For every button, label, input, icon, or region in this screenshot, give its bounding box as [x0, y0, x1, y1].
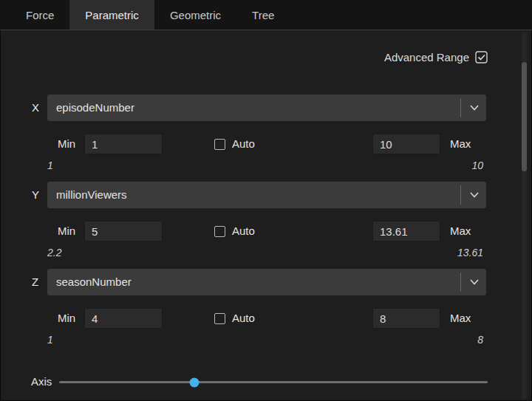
axis-slider-row: Axis — [0, 371, 532, 391]
axis-z-auto-checkbox[interactable] — [214, 313, 225, 324]
chevron-down-icon[interactable] — [470, 192, 479, 198]
advanced-range-label: Advanced Range — [384, 51, 469, 64]
axis-y-field-dropdown[interactable]: millionViewers — [47, 182, 486, 208]
axis-y-label: Y — [32, 188, 39, 201]
axis-z-field-dropdown[interactable]: seasonNumber — [47, 269, 486, 295]
axis-z-min-input[interactable] — [84, 308, 163, 329]
axis-x-upper-bound: 10 — [471, 160, 483, 171]
axis-x-min-input[interactable] — [84, 134, 163, 154]
min-label: Min — [58, 137, 75, 150]
axis-y-lower-bound: 2.2 — [47, 247, 61, 258]
dropdown-separator — [460, 185, 461, 205]
axis-z-field-value: seasonNumber — [56, 275, 132, 288]
tab-force[interactable]: Force — [10, 0, 69, 30]
axis-z-bounds: 1 8 — [47, 334, 483, 346]
axis-y-auto-checkbox[interactable] — [214, 226, 225, 237]
axis-x-auto-checkbox[interactable] — [214, 139, 225, 150]
axis-y-min-input[interactable] — [84, 221, 163, 241]
axis-z-upper-bound: 8 — [477, 334, 483, 346]
axis-slider-track[interactable] — [59, 381, 488, 383]
dropdown-separator — [460, 273, 461, 292]
auto-label: Auto — [232, 312, 255, 324]
axis-section-y: Y millionViewers Min Auto Max 2.2 13.61 — [0, 182, 532, 263]
axis-z-minmax-row: Min Auto Max — [0, 308, 532, 329]
axis-y-max-input[interactable] — [372, 221, 440, 241]
axis-x-max-input[interactable] — [372, 134, 440, 154]
chevron-down-icon[interactable] — [470, 105, 479, 111]
advanced-range-row: Advanced Range — [0, 49, 488, 65]
axis-y-field-value: millionViewers — [56, 188, 127, 201]
min-label: Min — [58, 225, 75, 237]
dropdown-separator — [460, 98, 461, 117]
tab-tree[interactable]: Tree — [236, 0, 290, 30]
axis-x-label: X — [32, 101, 39, 114]
max-label: Max — [450, 137, 471, 150]
tab-geometric[interactable]: Geometric — [154, 0, 236, 30]
max-label: Max — [450, 225, 471, 237]
axis-x-field-value: episodeNumber — [56, 101, 134, 114]
auto-label: Auto — [232, 225, 255, 237]
auto-label: Auto — [232, 137, 255, 150]
max-label: Max — [450, 312, 471, 324]
parametric-panel: Force Parametric Geometric Tree Advanced… — [0, 0, 532, 401]
chevron-down-icon[interactable] — [470, 279, 479, 285]
axis-section-z: Z seasonNumber Min Auto Max 1 8 — [0, 269, 532, 350]
tab-parametric[interactable]: Parametric — [69, 0, 154, 30]
axis-x-minmax-row: Min Auto Max — [0, 134, 532, 154]
axis-y-upper-bound: 13.61 — [457, 247, 483, 258]
min-label: Min — [58, 312, 75, 324]
axis-z-label: Z — [32, 275, 38, 288]
axis-x-field-dropdown[interactable]: episodeNumber — [47, 95, 486, 121]
axis-y-bounds: 2.2 13.61 — [47, 247, 483, 258]
axis-y-minmax-row: Min Auto Max — [0, 221, 532, 241]
axis-x-bounds: 1 10 — [47, 160, 483, 171]
axis-z-lower-bound: 1 — [47, 334, 53, 346]
axis-x-lower-bound: 1 — [47, 160, 53, 171]
axis-section-x: X episodeNumber Min Auto Max 1 10 — [0, 95, 532, 176]
axis-z-max-input[interactable] — [372, 308, 440, 329]
axis-slider-handle[interactable] — [189, 377, 199, 387]
axis-slider-label: Axis — [31, 375, 52, 388]
advanced-range-checkbox-icon[interactable] — [475, 51, 488, 64]
tab-bar: Force Parametric Geometric Tree — [0, 0, 532, 30]
